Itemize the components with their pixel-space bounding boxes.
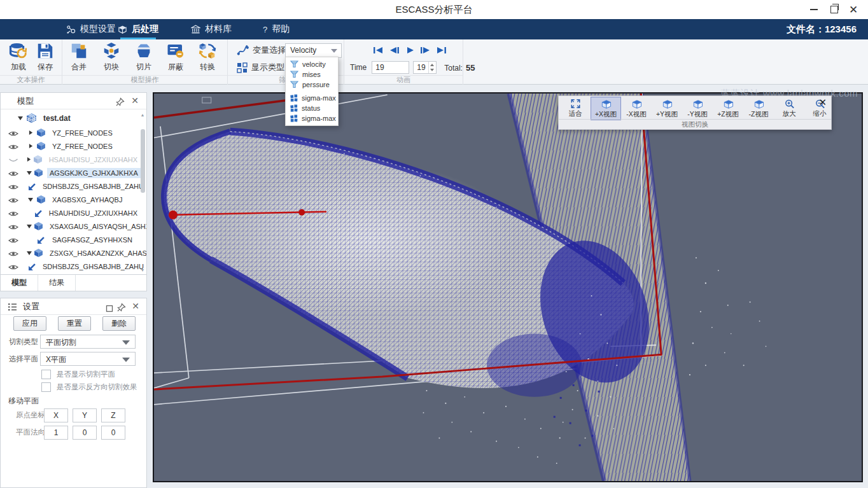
tree-item-selected[interactable]: AGSGKJKG_GJHXAJKHXA	[1, 166, 140, 179]
eye-icon[interactable]	[8, 182, 18, 190]
origin-y-input[interactable]: Y	[73, 408, 97, 422]
grid-icon	[290, 94, 298, 102]
step-back-button[interactable]	[389, 46, 400, 55]
scroll-down-icon[interactable]: ▼	[140, 268, 145, 272]
play-button[interactable]	[405, 46, 414, 55]
view-plus-y-button[interactable]: +Y视图	[652, 97, 682, 120]
expander-right-icon[interactable]	[26, 130, 35, 136]
merge-button[interactable]: 合并	[62, 41, 95, 74]
display-type-button[interactable]: 显示类型	[237, 60, 284, 74]
tab-post-processing[interactable]: 后处理	[118, 19, 158, 39]
dropdown-option-sigma-max-2[interactable]: sigma-max	[286, 113, 338, 123]
settings-panel-close-button[interactable]: ✕	[132, 302, 139, 311]
tree-item[interactable]: ZSXGX_HSAKAZNZXK_AHASX	[1, 246, 140, 260]
view-plus-x-button[interactable]: +X视图	[591, 97, 621, 120]
normal-x-input[interactable]: 1	[44, 426, 68, 440]
tree-item[interactable]: XSAXGAUS_AISYAQSH_ASHX	[1, 220, 140, 233]
reverse-cut-checkbox[interactable]: 是否显示反方向切割效果	[41, 382, 137, 392]
dropdown-option-perssure[interactable]: perssure	[286, 80, 338, 90]
show-cut-plane-checkbox[interactable]: 是否显示切割平面	[41, 370, 115, 379]
tab-model[interactable]: 模型	[1, 275, 38, 291]
eye-icon[interactable]	[8, 142, 18, 150]
eye-icon[interactable]	[8, 235, 18, 243]
tree-scrollbar[interactable]	[141, 129, 145, 193]
pin-icon[interactable]	[116, 302, 126, 313]
frame-spinner[interactable]: 19	[413, 61, 437, 74]
result-arrow-icon	[27, 261, 36, 270]
variable-select-button[interactable]: 变量选择	[237, 43, 286, 57]
eye-icon[interactable]	[8, 262, 18, 270]
tab-help[interactable]: ? 帮助	[263, 19, 290, 39]
checkbox-icon	[41, 382, 51, 392]
eye-icon[interactable]	[8, 222, 18, 230]
delete-button[interactable]: 删除	[102, 316, 136, 331]
view-minus-y-button[interactable]: -Y视图	[682, 97, 713, 120]
skip-first-button[interactable]	[372, 46, 384, 55]
time-label: Time	[350, 63, 367, 72]
view-plus-z-button[interactable]: +Z视图	[713, 97, 743, 120]
tab-model-settings[interactable]: 模型设置	[66, 19, 116, 39]
expander-right-icon[interactable]	[26, 157, 32, 162]
tree-item[interactable]: HSAUHDISU_JZXIUXHAHX	[1, 153, 140, 166]
tree-root[interactable]: test.dat	[1, 111, 140, 125]
normal-label: 平面法向	[16, 428, 45, 437]
close-window-button[interactable]: ✕	[844, 0, 863, 19]
tree-item[interactable]: XAGBSXG_AYHAQBJ	[1, 193, 140, 206]
step-forward-button[interactable]	[419, 46, 431, 55]
tree-item[interactable]: SDHSBJZS_GHSABJHB_ZAHU	[1, 179, 140, 193]
skip-last-button[interactable]	[436, 46, 447, 55]
eye-icon[interactable]	[8, 129, 18, 136]
tree-item[interactable]: HSAUHDISU_JZXIUXHAHX	[1, 206, 140, 220]
origin-x-input[interactable]: X	[44, 408, 68, 422]
cut-block-button[interactable]: 切块	[95, 41, 128, 74]
dropdown-option-velocity[interactable]: velocity	[286, 59, 338, 69]
slice-button[interactable]: 切片	[127, 41, 160, 74]
eye-icon[interactable]	[8, 209, 18, 216]
tree-item[interactable]: YZ_FREE_NODES	[1, 139, 140, 153]
dropdown-option-status[interactable]: status	[286, 103, 338, 113]
restore-panel-icon[interactable]	[106, 302, 113, 314]
model-panel-close-button[interactable]: ✕	[131, 96, 139, 106]
view-minus-z-button[interactable]: -Z视图	[743, 97, 774, 120]
tab-material-library[interactable]: 材料库	[191, 19, 232, 39]
expander-down-icon[interactable]	[26, 224, 32, 229]
zoom-in-button[interactable]: 放大	[774, 97, 804, 120]
fit-view-button[interactable]: 适合	[560, 97, 591, 120]
view-minus-x-button[interactable]: -X视图	[621, 97, 652, 120]
eye-icon[interactable]	[8, 169, 18, 176]
spinner-arrows[interactable]	[428, 62, 436, 73]
plane-row: 选择平面 X平面	[1, 352, 146, 366]
convert-button[interactable]: 转换	[191, 41, 224, 74]
expander-right-icon[interactable]	[26, 143, 35, 149]
time-input[interactable]: 19	[372, 61, 409, 74]
eye-closed-icon[interactable]	[8, 155, 18, 163]
plane-select[interactable]: X平面	[40, 352, 136, 366]
tree-item[interactable]: SDHSBJZS_GHSABJHB_ZAHU	[1, 260, 140, 273]
expander-down-icon[interactable]	[26, 251, 32, 256]
tree-item[interactable]: YZ_FREE_NODES	[1, 126, 140, 139]
cut-type-select[interactable]: 平面切割	[40, 335, 136, 349]
tree-item[interactable]: SAGFASGZ_ASYHHXSN	[1, 233, 140, 246]
save-button[interactable]: 保存	[29, 41, 62, 74]
dropdown-option-mises[interactable]: mises	[286, 69, 338, 80]
expander-down-icon[interactable]	[16, 116, 25, 121]
expander-down-icon[interactable]	[26, 197, 35, 202]
normal-z-input[interactable]: 0	[101, 426, 125, 440]
scroll-up-icon[interactable]: ▲	[140, 113, 145, 117]
eye-icon[interactable]	[8, 195, 18, 203]
tab-result[interactable]: 结果	[38, 275, 76, 291]
mask-button[interactable]: 屏蔽	[159, 41, 192, 74]
eye-icon[interactable]	[8, 249, 18, 256]
dropdown-option-sigma-max-1[interactable]: sigma-max	[286, 93, 338, 103]
origin-z-input[interactable]: Z	[101, 408, 125, 422]
pin-icon[interactable]	[115, 96, 125, 108]
variable-combo[interactable]: Velocity	[285, 43, 342, 58]
reset-button[interactable]: 重置	[58, 316, 91, 331]
minimize-button[interactable]	[804, 0, 823, 19]
expander-down-icon[interactable]	[26, 171, 32, 176]
view-toolbar-close-button[interactable]: ✕	[818, 97, 827, 108]
apply-button[interactable]: 应用	[13, 316, 46, 331]
restore-button[interactable]	[825, 0, 844, 19]
viewport-3d[interactable]	[153, 92, 863, 482]
normal-y-input[interactable]: 0	[73, 426, 97, 440]
